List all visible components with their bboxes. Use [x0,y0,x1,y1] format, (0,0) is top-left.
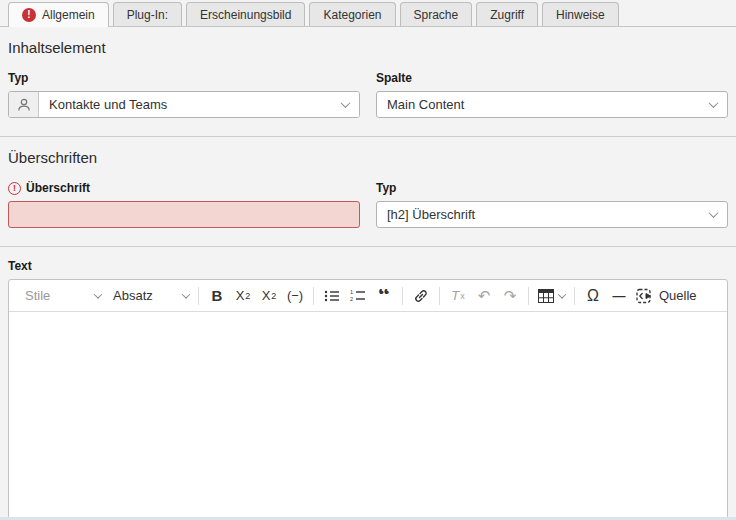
svg-text:2: 2 [350,296,353,302]
tab-plug-in[interactable]: Plug-In: [113,2,182,26]
tab-erscheinungsbild[interactable]: Erscheinungsbild [186,2,305,26]
chevron-down-icon [709,98,719,108]
toolbar-separator [439,287,440,305]
source-code-icon [636,288,654,304]
tab-zugriff[interactable]: Zugriff [476,2,538,26]
toolbar-separator [402,287,403,305]
headline-input[interactable] [8,201,360,228]
remove-format-button[interactable]: Tx [445,284,471,308]
tab-label: Plug-In: [127,8,168,22]
tab-sprache[interactable]: Sprache [400,2,473,26]
section-heading: Überschriften [8,149,728,166]
source-editing-button[interactable]: Quelle [632,284,701,308]
bulleted-list-icon [324,289,340,303]
tab-label: Allgemein [42,8,95,22]
soft-hyphen-button[interactable]: (−) [282,284,308,308]
undo-button[interactable]: ↶ [471,284,497,308]
bold-button[interactable]: B [204,284,230,308]
svg-text:1: 1 [350,289,353,295]
type-field-label: Typ [8,71,360,85]
chevron-down-icon [558,290,566,298]
section-inhaltselement: Inhaltselement Typ Kontakte und Teams Sp… [0,27,736,137]
link-button[interactable] [408,284,434,308]
chevron-down-icon [94,290,102,298]
paragraph-format-dropdown[interactable]: Absatz [105,284,193,308]
tab-label: Erscheinungsbild [200,8,291,22]
headline-type-label: Typ [376,181,728,195]
rich-text-editor: Stile Absatz B X2 X2 (−) [8,279,728,520]
numbered-list-icon: 1 2 [350,289,366,303]
toolbar-separator [313,287,314,305]
user-icon [9,92,39,117]
styles-dropdown[interactable]: Stile [17,284,105,308]
chevron-down-icon [182,290,190,298]
section-heading: Inhaltselement [8,39,728,56]
tab-label: Sprache [414,8,459,22]
toolbar-separator [198,287,199,305]
text-field-label: Text [8,259,728,273]
field-error-icon: ! [8,182,21,195]
superscript-button[interactable]: X2 [256,284,282,308]
headline-type-select[interactable]: [h2] Überschrift [376,201,728,228]
tab-label: Hinweise [556,8,605,22]
rte-toolbar: Stile Absatz B X2 X2 (−) [9,280,727,312]
blockquote-button[interactable]: “ [371,284,397,308]
horizontal-line-button[interactable]: — [606,284,632,308]
chevron-down-icon [709,208,719,218]
bulleted-list-button[interactable] [319,284,345,308]
column-field-label: Spalte [376,71,728,85]
column-select[interactable]: Main Content [376,91,728,118]
chevron-down-icon [341,98,351,108]
section-text: Text Stile Absatz B X2 X2 (−) [0,247,736,520]
tab-bar: ! Allgemein Plug-In: Erscheinungsbild Ka… [0,0,736,27]
redo-button[interactable]: ↷ [497,284,523,308]
content-type-select[interactable]: Kontakte und Teams [8,91,360,118]
subscript-button[interactable]: X2 [230,284,256,308]
special-characters-button[interactable]: Ω [580,284,606,308]
tab-allgemein[interactable]: ! Allgemein [8,2,109,27]
tab-label: Zugriff [490,8,524,22]
content-type-value: Kontakte und Teams [39,92,359,117]
source-editing-label: Quelle [659,288,697,303]
insert-table-button[interactable] [534,284,569,308]
tab-hinweise[interactable]: Hinweise [542,2,619,26]
headline-type-value: [h2] Überschrift [387,207,475,222]
section-ueberschriften: Überschriften ! Überschrift Typ [h2] Übe… [0,137,736,247]
toolbar-separator [574,287,575,305]
tab-kategorien[interactable]: Kategorien [309,2,395,26]
tab-error-icon: ! [22,8,36,22]
numbered-list-button[interactable]: 1 2 [345,284,371,308]
table-icon [538,289,554,303]
rte-content-area[interactable] [9,312,727,520]
link-icon [413,288,429,304]
column-select-value: Main Content [387,97,464,112]
headline-field-label: ! Überschrift [8,181,360,195]
toolbar-separator [528,287,529,305]
tab-label: Kategorien [323,8,381,22]
